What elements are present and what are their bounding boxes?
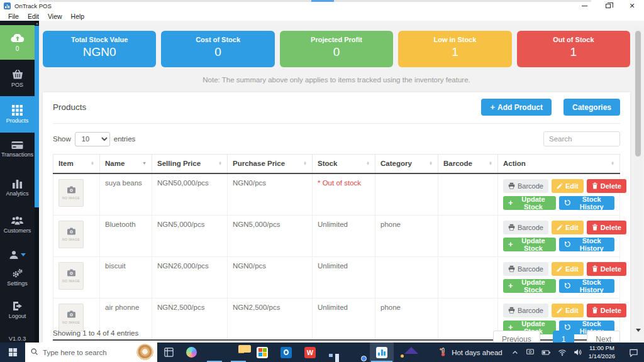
menu-file[interactable]: File bbox=[4, 13, 23, 20]
update-stock-button[interactable]: + Update Stock bbox=[503, 279, 556, 293]
update-stock-button[interactable]: + Update Stock bbox=[503, 238, 556, 251]
content-scrollbar-thumb[interactable] bbox=[635, 31, 641, 156]
history-icon bbox=[564, 241, 571, 248]
taskbar-app-chrome[interactable] bbox=[346, 343, 370, 362]
horizontal-scrollbar-thumb[interactable] bbox=[311, 0, 334, 2]
barcode-button[interactable]: Barcode bbox=[503, 179, 548, 193]
weather-widget[interactable]: Hot days ahead bbox=[438, 347, 502, 358]
stock-history-button[interactable]: Stock History bbox=[559, 238, 614, 251]
edit-button[interactable]: Edit bbox=[552, 179, 584, 193]
previous-page-button[interactable]: Previous bbox=[493, 331, 540, 344]
edit-button[interactable]: Edit bbox=[552, 304, 584, 317]
search-input[interactable] bbox=[543, 131, 620, 146]
stock-history-button[interactable]: Stock History bbox=[559, 279, 614, 293]
taskbar-app-file-explorer[interactable] bbox=[226, 343, 250, 362]
product-name: biscuit bbox=[100, 256, 152, 298]
battery-icon[interactable] bbox=[541, 349, 551, 356]
close-button[interactable]: ✕ bbox=[620, 0, 644, 11]
menu-edit[interactable]: Edit bbox=[23, 13, 43, 20]
volume-icon[interactable] bbox=[574, 348, 582, 356]
taskbar-app-mountain-app[interactable] bbox=[394, 343, 418, 362]
taskbar-app-edge[interactable] bbox=[203, 343, 226, 362]
taskbar-app-store[interactable] bbox=[250, 343, 274, 362]
page-number-button[interactable]: 1 bbox=[553, 331, 575, 344]
sort-icon[interactable]: ▲▼ bbox=[486, 162, 492, 166]
sidebar-item-logout[interactable]: Logout bbox=[0, 297, 35, 322]
sort-icon[interactable]: ▲▼ bbox=[301, 162, 307, 166]
taskbar-search-input[interactable] bbox=[43, 349, 118, 356]
product-image-placeholder: NO IMAGE bbox=[58, 262, 84, 290]
stock-history-button[interactable]: Stock History bbox=[559, 196, 614, 210]
card-value: 0 bbox=[280, 45, 393, 59]
sort-icon[interactable]: ▲▼ bbox=[364, 162, 370, 166]
entries-label: entries bbox=[114, 135, 136, 143]
taskbar: W Hot days ahead 11:00 PM 1/14/2026 bbox=[0, 343, 644, 362]
restore-button[interactable] bbox=[596, 0, 620, 11]
search-highlight-image[interactable] bbox=[136, 344, 153, 361]
bar-chart-icon bbox=[12, 178, 23, 189]
task-view-button[interactable] bbox=[157, 343, 180, 362]
barcode-button[interactable]: Barcode bbox=[503, 304, 548, 317]
categories-button[interactable]: Categories bbox=[564, 99, 620, 116]
sort-icon[interactable]: ▲▼ bbox=[88, 162, 94, 166]
notification-center-button[interactable] bbox=[623, 343, 644, 362]
column-header-category[interactable]: Category ▲▼ bbox=[375, 155, 438, 173]
delete-button[interactable]: Delete bbox=[587, 304, 626, 317]
scroll-up-icon[interactable] bbox=[35, 21, 39, 26]
taskbar-app-wps-office[interactable]: W bbox=[298, 343, 322, 362]
delete-button[interactable]: Delete bbox=[587, 179, 626, 193]
column-header-item[interactable]: Item ▲▼ bbox=[53, 155, 100, 173]
chevron-up-icon[interactable] bbox=[511, 349, 519, 356]
add-product-button[interactable]: +Add Product bbox=[481, 99, 552, 116]
barcode-button[interactable]: Barcode bbox=[503, 262, 548, 276]
edit-button[interactable]: Edit bbox=[552, 262, 584, 276]
sort-icon[interactable]: ▲▼ bbox=[426, 162, 433, 166]
content-scrollbar[interactable] bbox=[634, 28, 642, 333]
sidebar-item-label: Transactions bbox=[1, 151, 33, 158]
sidebar-item-sync[interactable]: 0 bbox=[0, 25, 35, 60]
sidebar-item-account[interactable] bbox=[0, 248, 35, 261]
no-image-label: NO IMAGE bbox=[62, 279, 80, 283]
delete-button[interactable]: Delete bbox=[587, 262, 626, 276]
taskbar-app-ontrack-pos[interactable] bbox=[370, 343, 394, 362]
sort-icon[interactable]: ▲▼ bbox=[608, 162, 614, 166]
menu-view[interactable]: View bbox=[43, 13, 67, 20]
display-icon[interactable] bbox=[526, 348, 535, 356]
sidebar-item-analytics[interactable]: Analytics bbox=[0, 174, 35, 200]
scroll-down-icon[interactable] bbox=[636, 329, 641, 332]
column-header-selling-price[interactable]: Selling Price ▲▼ bbox=[152, 155, 228, 173]
sort-icon[interactable]: ▼ bbox=[140, 162, 147, 165]
copilot-button[interactable] bbox=[180, 343, 203, 362]
column-header-name[interactable]: Name ▼ bbox=[100, 155, 152, 173]
sidebar-item-products[interactable]: Products bbox=[0, 96, 35, 133]
sidebar-item-pos[interactable]: POS bbox=[0, 63, 35, 94]
barcode-button[interactable]: Barcode bbox=[503, 221, 548, 234]
sidebar-item-customers[interactable]: Customers bbox=[0, 212, 35, 238]
sidebar-item-transactions[interactable]: Transactions bbox=[0, 135, 35, 163]
sort-icon[interactable]: ▲▼ bbox=[216, 162, 222, 166]
update-stock-button[interactable]: + Update Stock bbox=[503, 196, 556, 210]
printer-icon bbox=[508, 224, 515, 231]
taskbar-clock[interactable]: 11:00 PM 1/14/2026 bbox=[589, 344, 615, 360]
edit-button[interactable]: Edit bbox=[552, 221, 584, 234]
sidebar-scrollbar-thumb[interactable] bbox=[35, 26, 39, 207]
column-header-action[interactable]: Action ▲▼ bbox=[498, 155, 620, 173]
history-icon bbox=[564, 199, 571, 206]
sidebar-item-settings[interactable]: Settings bbox=[0, 265, 35, 289]
page-size-select[interactable]: 10 bbox=[75, 132, 110, 146]
column-header-stock[interactable]: Stock ▲▼ bbox=[313, 155, 375, 173]
taskbar-search[interactable] bbox=[25, 343, 157, 362]
column-header-barcode[interactable]: Barcode ▲▼ bbox=[438, 155, 498, 173]
next-page-button[interactable]: Next bbox=[587, 331, 620, 344]
taskbar-app-app-window[interactable] bbox=[322, 343, 346, 362]
menu-help[interactable]: Help bbox=[67, 13, 89, 20]
taskbar-app-outlook[interactable] bbox=[274, 343, 298, 362]
horizontal-scrollbar[interactable] bbox=[39, 0, 591, 2]
column-header-purchase-price[interactable]: Purchase Price ▲▼ bbox=[228, 155, 313, 173]
trash-icon bbox=[592, 307, 598, 314]
cloud-upload-icon bbox=[11, 33, 25, 43]
sidebar-scrollbar[interactable] bbox=[35, 21, 39, 343]
delete-button[interactable]: Delete bbox=[587, 221, 626, 234]
start-button[interactable] bbox=[0, 343, 25, 362]
wifi-icon[interactable] bbox=[558, 349, 567, 356]
